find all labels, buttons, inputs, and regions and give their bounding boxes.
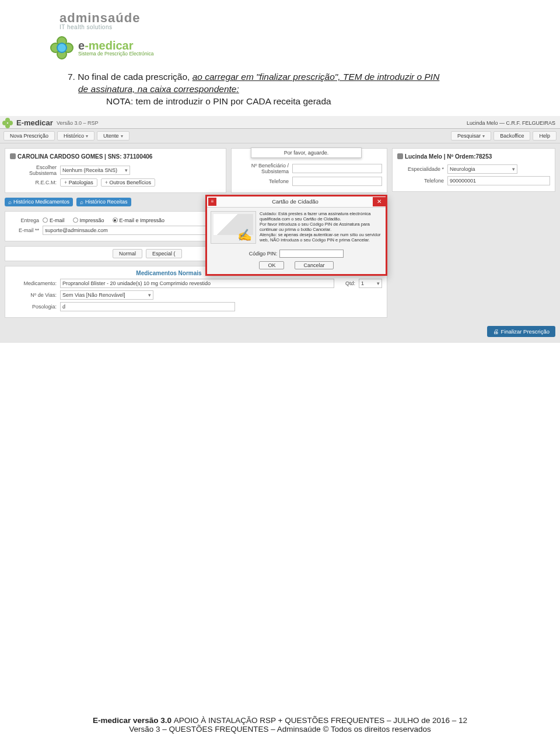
subsistema-label: Escolher Subsistema [10, 164, 57, 176]
footer-line2: Versão 3 – QUESTÕES FREQUENTES – Adminsa… [0, 725, 560, 734]
dialog-message: Cuidado: Está prestes a fazer uma assina… [260, 211, 382, 244]
seg-especial[interactable]: Especial ( [146, 249, 182, 258]
emedicar-e: e [78, 39, 85, 52]
app-header: E-medicar Versão 3.0 – RSP Lucinda Melo … [0, 116, 560, 129]
app-user: Lucinda Melo — C.R.F. FELGUEIRAS [467, 120, 555, 126]
outros-beneficios-chip[interactable]: Outros Benefícios [101, 178, 155, 187]
instruction-underline2: de assinatura, na caixa correspondente: [78, 84, 239, 94]
app-title: E-medicar [16, 118, 53, 127]
menu-historico[interactable]: Histórico▾ [57, 131, 94, 141]
pin-label: Código PIN: [249, 251, 278, 257]
menu-utente[interactable]: Utente▾ [97, 131, 130, 141]
dialog-sys-icon: ≡ [208, 198, 216, 206]
menu-nova-prescricao[interactable]: Nova Prescrição [4, 131, 55, 141]
patologias-chip[interactable]: Patologias [60, 178, 97, 187]
historico-medicamentos-button[interactable]: Histórico Medicamentos [5, 198, 73, 206]
emedicar-name: -medicar [85, 39, 133, 52]
medicamento-label: Medicamento: [10, 280, 57, 286]
qtd-select[interactable]: 1 [359, 279, 382, 288]
emedicar-icon [50, 36, 74, 59]
medicamento-input[interactable]: Propranolol Blister - 20 unidade(s) 10 m… [60, 279, 334, 288]
dialog-close-button[interactable]: ✕ [373, 197, 386, 206]
recm-label: R.E.C.M: [10, 180, 57, 185]
beneficiario-label: Nº Beneficiário / Subsistema [236, 163, 289, 174]
pin-dialog: ≡ Cartão de Cidadão ✕ Cuidado: Está pres… [205, 195, 387, 276]
person-icon [10, 153, 16, 159]
instruction-pre: No final de cada prescrição, [78, 72, 192, 82]
menu-help[interactable]: Help [533, 131, 556, 141]
pin-input[interactable] [279, 250, 344, 258]
instruction-text: 7. No final de cada prescrição, ao carre… [68, 71, 523, 108]
person-icon [397, 153, 403, 159]
doctor-header: Lucinda Melo | Nº Ordem:78253 [405, 153, 492, 160]
patient-panel: CAROLINA CARDOSO GOMES | SNS: 371100406 … [5, 148, 226, 193]
entrega-label: Entrega [10, 217, 39, 223]
doctor-panel: Lucinda Melo | Nº Ordem:78253 Especialid… [392, 148, 555, 192]
aguarde-toast: Por favor, aguarde. [251, 148, 362, 158]
instruction-underline1: ao carregar em "finalizar prescrição", T… [192, 72, 440, 82]
seg-normal[interactable]: Normal [113, 249, 142, 258]
footer-bold: E-medicar versão 3.0 [93, 716, 174, 725]
emedicar-tagline: Sistema de Prescrição Electrónica [78, 51, 153, 57]
app-version: Versão 3.0 – RSP [57, 120, 99, 126]
entrega-impressao-radio[interactable]: Impressão [73, 217, 104, 223]
historico-receitas-button[interactable]: Histórico Receitas [76, 198, 131, 206]
dialog-ok-button[interactable]: OK [259, 261, 284, 269]
menu-pesquisar[interactable]: Pesquisar▾ [451, 131, 491, 141]
doctor-telefone-input[interactable]: 900000001 [447, 176, 550, 185]
beneficiario-input[interactable] [292, 164, 382, 173]
emedicar-logo: e-medicar Sistema de Prescrição Electrón… [50, 36, 539, 59]
vias-label: Nº de Vias: [10, 292, 57, 298]
entrega-email-impressao-radio[interactable]: E-mail e Impressão [113, 217, 165, 223]
email-label: E-mail ** [10, 227, 39, 233]
instruction-note: NOTA: tem de introduzir o PIN por CADA r… [106, 96, 523, 108]
patient-header: CAROLINA CARDOSO GOMES | SNS: 371100406 [18, 153, 152, 160]
footer-line1: APOIO À INSTALAÇÃO RSP + QUESTÕES FREQUE… [174, 716, 467, 725]
card-signature-icon [211, 211, 256, 244]
page-footer: E-medicar versão 3.0 APOIO À INSTALAÇÃO … [0, 716, 560, 734]
especialidade-label: Especialidade * [397, 166, 444, 172]
telefone-label: Telefone [236, 178, 289, 184]
dialog-cancel-button[interactable]: Cancelar [295, 261, 333, 269]
app-screenshot: E-medicar Versão 3.0 – RSP Lucinda Melo … [0, 116, 560, 343]
doctor-telefone-label: Telefone [397, 178, 444, 184]
adminsaude-tagline: IT health solutions [60, 24, 112, 30]
app-menu: Nova Prescrição Histórico▾ Utente▾ Pesqu… [0, 129, 560, 143]
entrega-email-radio[interactable]: E-mail [43, 217, 65, 223]
subsistema-select[interactable]: Nenhum (Receita SNS) [60, 166, 130, 175]
dialog-title: Cartão de Cidadão [218, 197, 373, 206]
telefone-input[interactable] [292, 177, 382, 186]
finalizar-prescricao-button[interactable]: 🖨 Finalizar Prescrição [487, 326, 555, 337]
especialidade-select[interactable]: Neurologia [447, 164, 517, 174]
adminsaude-logo: adminsaúde IT health solutions [60, 10, 539, 30]
qtd-label: Qtd: [338, 280, 355, 286]
menu-backoffice[interactable]: Backoffice [494, 131, 530, 141]
list-number: 7. [68, 72, 75, 82]
posologia-input[interactable]: d [60, 302, 235, 311]
vias-select[interactable]: Sem Vias [Não Renovável] [60, 290, 153, 300]
app-logo-icon [2, 118, 13, 128]
posologia-label: Posologia: [10, 304, 57, 310]
